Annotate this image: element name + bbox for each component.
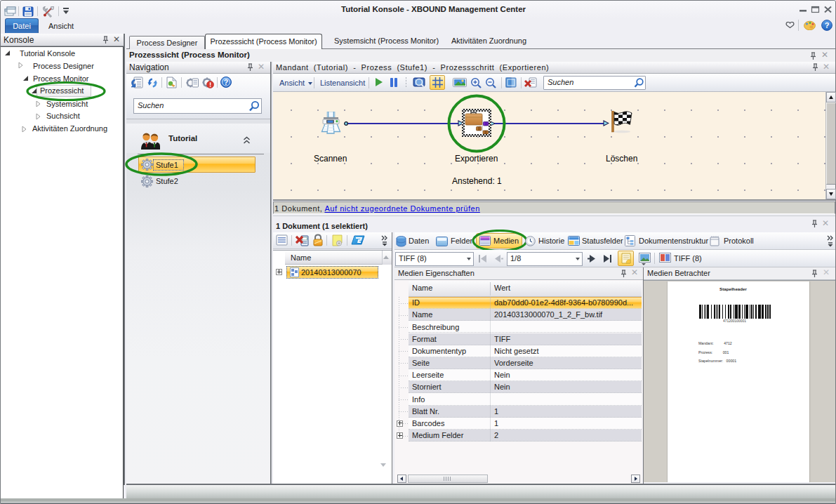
svg-text:?: ? bbox=[825, 21, 830, 29]
svg-text:?: ? bbox=[224, 78, 228, 86]
